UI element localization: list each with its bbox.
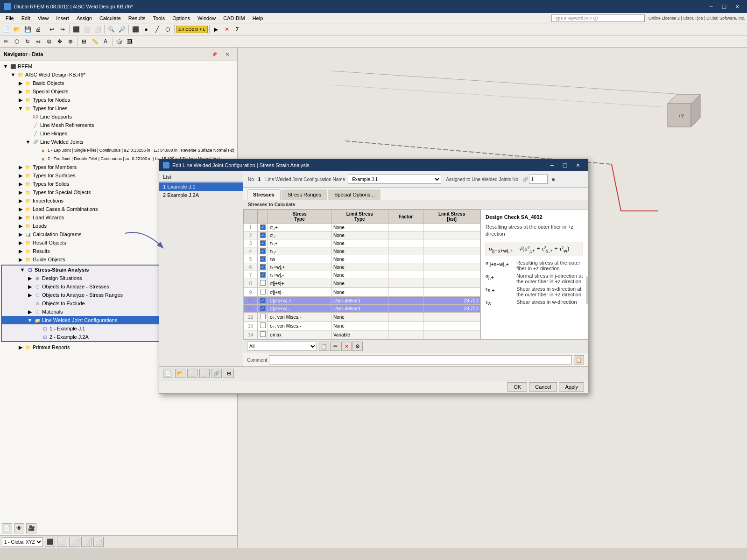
nav-tb4[interactable]: ⬜ — [81, 537, 92, 547]
toggle-design-situations[interactable]: ▶ — [26, 274, 34, 282]
dialog-minimize-btn[interactable]: − — [546, 161, 558, 170]
tree-weld1[interactable]: ▶ ■ 1 - Lap Joint | Single Fillet | Cont… — [0, 146, 237, 154]
toggle-objects-stresses[interactable]: ▶ — [26, 283, 34, 290]
tb2-rotate[interactable]: ↻ — [22, 36, 33, 47]
tb-zoom-in[interactable]: 🔍 — [106, 24, 116, 35]
nav-tb2[interactable]: ⬜ — [57, 537, 67, 547]
tb2-section[interactable]: ⊞ — [79, 36, 89, 47]
nav-close-btn[interactable]: × — [221, 49, 233, 59]
menu-insert[interactable]: Insert — [52, 14, 73, 22]
menu-cad-bim[interactable]: CAD-BIM — [219, 14, 248, 22]
dc-scrollbar[interactable] — [586, 276, 588, 304]
toggle-objects-stress-ranges[interactable]: ▶ — [26, 291, 34, 299]
toggle-loads[interactable]: ▶ — [17, 222, 24, 230]
tb-save[interactable]: 💾 — [22, 24, 33, 35]
toggle-types-surfaces[interactable]: ▶ — [17, 172, 24, 179]
tb-zoom-out[interactable]: 🔎 — [117, 24, 127, 35]
list-item-2[interactable]: 2 Example J.2A — [159, 191, 243, 199]
apply-button[interactable]: Apply — [559, 382, 584, 392]
tb-calc[interactable]: Σ — [233, 24, 243, 35]
toggle-printout[interactable]: ▶ — [17, 343, 24, 351]
tb-open[interactable]: 📂 — [12, 24, 22, 35]
ok-button[interactable]: OK — [507, 382, 527, 392]
stress-checkbox[interactable] — [260, 280, 266, 286]
tree-types-nodes[interactable]: ▶ 📁 Types for Nodes — [0, 96, 237, 104]
close-btn[interactable]: × — [731, 2, 743, 11]
tb-node[interactable]: ● — [141, 24, 151, 35]
toggle-project[interactable]: ▼ — [9, 71, 17, 78]
tb-view3[interactable]: ⬜ — [92, 24, 103, 35]
tb2-move[interactable]: ✥ — [55, 36, 65, 47]
tree-special-objects[interactable]: ▶ 📁 Special Objects — [0, 87, 237, 96]
tb-surface[interactable]: ⬡ — [162, 24, 173, 35]
tb2-view3d[interactable]: 🎲 — [114, 36, 124, 47]
tree-project[interactable]: ▼ 📁 AISC Weld Design KB.rf6* — [0, 70, 237, 79]
menu-edit[interactable]: Edit — [18, 14, 34, 22]
tb2-snap[interactable]: ⊕ — [65, 36, 76, 47]
tab-stress-ranges[interactable]: Stress Ranges — [282, 189, 327, 200]
toggle-stress-strain[interactable]: ▼ — [19, 266, 26, 273]
nav-pin-btn[interactable]: 📌 — [208, 49, 220, 59]
assigned-input[interactable]: 1 — [529, 175, 548, 184]
tb-new[interactable]: 📄 — [1, 24, 11, 35]
stress-checkbox[interactable] — [260, 331, 266, 337]
toggle-imperfections[interactable]: ▶ — [17, 197, 24, 204]
menu-calculate[interactable]: Calculate — [96, 14, 125, 22]
toggle-types-lines[interactable]: ▼ — [17, 105, 24, 112]
tb-print[interactable]: 🖨 — [33, 24, 43, 35]
tree-line-mesh[interactable]: ▶ ╱ Line Mesh Refinements — [0, 121, 237, 129]
stress-checkbox[interactable] — [260, 264, 266, 270]
toggle-line-welded-configs[interactable]: ▼ — [26, 316, 34, 324]
toggle-line-welded-joints[interactable]: ▼ — [24, 138, 32, 146]
stress-checkbox[interactable] — [260, 289, 266, 294]
stress-checkbox[interactable] — [260, 272, 266, 278]
menu-file[interactable]: File — [2, 14, 18, 22]
tree-rfem[interactable]: ▼ ⬛ RFEM — [0, 62, 237, 70]
bottom-doc-btn[interactable]: 📄 — [163, 369, 173, 378]
list-item-1[interactable]: 1 Example J.1 — [159, 182, 243, 191]
search-box[interactable]: Type a keyword (Alt+Q) — [551, 14, 645, 22]
toggle-results[interactable]: ▶ — [17, 247, 24, 255]
tree-line-welded-joints[interactable]: ▼ 🔗 Line Welded Joints — [0, 138, 237, 146]
stress-checkbox[interactable] — [260, 322, 266, 328]
menu-tools[interactable]: Tools — [149, 14, 169, 22]
toggle-basic-objects[interactable]: ▶ — [17, 79, 24, 87]
toggle-types-special[interactable]: ▶ — [17, 189, 24, 196]
tb-view1[interactable]: ⬛ — [71, 24, 81, 35]
footer-settings-btn[interactable]: ⚙ — [352, 342, 363, 351]
footer-copy-btn[interactable]: 📋 — [319, 342, 329, 351]
nav-tb1[interactable]: ⬛ — [45, 537, 55, 547]
tb-run[interactable]: ▶ — [211, 24, 221, 35]
tab-stresses[interactable]: Stresses — [247, 189, 281, 200]
bottom-view1-btn[interactable]: ⬜ — [187, 369, 197, 378]
stress-checkbox[interactable] — [260, 248, 266, 254]
menu-window[interactable]: Window — [194, 14, 219, 22]
stress-checkbox[interactable] — [260, 224, 266, 230]
tb-stop[interactable]: ✕ — [222, 24, 232, 35]
tb2-text[interactable]: A — [100, 36, 111, 47]
assigned-btn[interactable]: ⊞ — [549, 174, 559, 184]
tb2-copy[interactable]: ⧉ — [44, 36, 54, 47]
toggle-types-members[interactable]: ▶ — [17, 163, 24, 171]
nav-view-btn[interactable]: 👁 — [14, 523, 24, 533]
toggle-guide-objects[interactable]: ▶ — [17, 256, 24, 263]
stress-checkbox[interactable] — [260, 256, 266, 262]
tree-basic-objects[interactable]: ▶ 📁 Basic Objects — [0, 79, 237, 87]
tab-special-options[interactable]: Special Options... — [328, 189, 381, 200]
menu-options[interactable]: Options — [169, 14, 194, 22]
footer-edit-btn[interactable]: ✏ — [330, 342, 340, 351]
nav-new-btn[interactable]: 📄 — [2, 523, 12, 533]
toggle-calc-diagrams[interactable]: ▶ — [17, 231, 24, 238]
tb-redo[interactable]: ↪ — [57, 24, 68, 35]
toggle-rfem[interactable]: ▼ — [2, 63, 9, 70]
menu-view[interactable]: View — [34, 14, 53, 22]
name-select[interactable]: Example J.1 — [348, 175, 441, 184]
nav-camera-btn[interactable]: 🎥 — [26, 523, 36, 533]
dialog-maximize-btn[interactable]: □ — [559, 161, 571, 170]
menu-results[interactable]: Results — [125, 14, 149, 22]
bottom-folder-btn[interactable]: 📂 — [175, 369, 185, 378]
toggle-types-nodes[interactable]: ▶ — [17, 96, 24, 104]
comment-input[interactable] — [269, 355, 572, 364]
stress-checkbox[interactable] — [260, 314, 266, 319]
toggle-load-wizards[interactable]: ▶ — [17, 214, 24, 221]
